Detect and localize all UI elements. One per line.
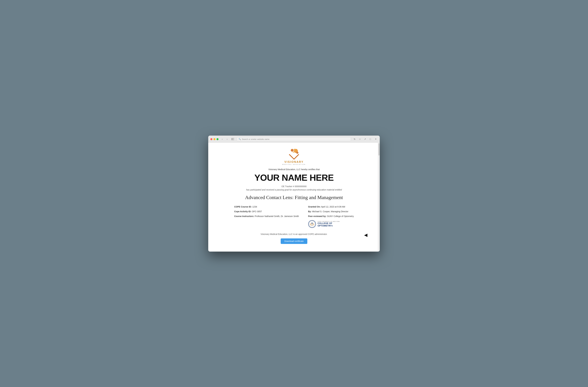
suny-optometry-text: OPTOMETRY® <box>317 224 340 227</box>
oe-tracker-label: OE Tracker # <box>281 185 294 188</box>
toolbar-icons: ↻ ☆ ↗ □ <box>353 137 372 141</box>
svg-line-9 <box>289 155 294 159</box>
suny-emblem-icon <box>308 220 316 228</box>
download-certificate-button[interactable]: Download certificate <box>281 238 307 244</box>
scrollbar-thumb[interactable] <box>378 143 379 156</box>
granted-on-value: April 12, 2023 at 9:39 AM <box>321 205 345 208</box>
suny-college-text: COLLEGE OF <box>317 222 340 224</box>
nav-buttons: ‹ › <box>220 137 229 141</box>
suny-registered-mark: ® <box>332 225 333 227</box>
back-button[interactable]: ‹ <box>220 137 224 141</box>
browser-chrome: ‹ › 🔍 Search or eneter website name ↻ ☆ … <box>208 136 380 143</box>
svg-point-6 <box>294 149 295 151</box>
visionary-logo-icon <box>288 149 300 160</box>
course-instructors-label: Course Instructors: <box>234 215 254 217</box>
maximize-button[interactable] <box>216 138 218 140</box>
participation-text: has participated and received a passing … <box>246 188 342 191</box>
course-instructors-row: Course Instructors: Professor Nathaniel … <box>234 215 299 218</box>
search-icon: 🔍 <box>239 138 241 140</box>
close-button[interactable] <box>210 138 212 140</box>
svg-rect-3 <box>232 140 234 140</box>
address-bar-text: Search or eneter website name <box>242 138 270 140</box>
peer-reviewed-row: Peer-reviewed by: SUNY College of Optome… <box>308 215 354 218</box>
details-grid: COPE Course ID: 1234 Cope Activity ID: O… <box>217 205 371 228</box>
svg-line-10 <box>294 155 299 159</box>
sidebar-button[interactable] <box>231 137 235 141</box>
recipient-name: YOUR NAME HERE <box>254 172 334 183</box>
oe-tracker: OE Tracker # 0000000000 <box>281 185 307 188</box>
granted-on-row: Granted On: April 12, 2023 at 9:39 AM <box>308 205 354 208</box>
traffic-lights <box>210 138 218 140</box>
svg-point-8 <box>293 151 294 153</box>
logo-brand-name: VISIONARY <box>284 160 303 163</box>
details-right: Granted On: April 12, 2023 at 9:39 AM By… <box>308 205 354 228</box>
peer-reviewed-value: SUNY College of Optometry <box>327 215 354 217</box>
cope-course-id-row: COPE Course ID: 1234 <box>234 205 299 208</box>
minimize-button[interactable] <box>213 138 215 140</box>
details-left: COPE Course ID: 1234 Cope Activity ID: O… <box>234 205 299 228</box>
new-tab-button[interactable]: + <box>374 137 378 141</box>
logo-area: VISIONARY MEDICAL EDUCATION <box>282 149 306 165</box>
share-button[interactable]: ↗ <box>363 137 367 141</box>
bookmark-button[interactable]: ☆ <box>358 137 362 141</box>
svg-point-5 <box>291 149 294 152</box>
suny-state-text: STATE UNIVERSITY OF NEW YORK <box>317 221 340 222</box>
course-instructors-value: Professor Nathaniel Smith, Dr. Jameson S… <box>255 215 299 217</box>
oe-tracker-number: 0000000000 <box>294 185 307 188</box>
svg-rect-17 <box>312 223 313 224</box>
cope-activity-id-label: Cope Activity ID: <box>234 210 251 213</box>
cursor-icon: ◀ <box>364 232 368 238</box>
cope-activity-id-row: Cope Activity ID: OFC-3057 <box>234 210 299 213</box>
course-title: Advanced Contact Lens: Fitting and Manag… <box>245 195 343 200</box>
browser-window: ‹ › 🔍 Search or eneter website name ↻ ☆ … <box>208 136 380 252</box>
approved-text: Visionary Medical Education, LLC is an a… <box>261 233 327 235</box>
page-wrapper: VISIONARY MEDICAL EDUCATION Visionary Me… <box>208 143 380 252</box>
cope-course-id-value: 1234 <box>252 205 257 208</box>
forward-button[interactable]: › <box>225 137 229 141</box>
granted-on-label: Granted On: <box>308 205 321 208</box>
logo-sub-text: MEDICAL EDUCATION <box>282 164 306 165</box>
svg-marker-16 <box>311 223 313 223</box>
page-content: VISIONARY MEDICAL EDUCATION Visionary Me… <box>208 143 380 252</box>
by-row: By: Michael S. Cooper, Managing Director <box>308 210 354 213</box>
cope-course-id-label: COPE Course ID: <box>234 205 252 208</box>
tab-overview-button[interactable]: □ <box>368 137 372 141</box>
suny-text-block: STATE UNIVERSITY OF NEW YORK COLLEGE OF … <box>317 221 340 227</box>
svg-point-7 <box>296 152 298 154</box>
svg-rect-1 <box>232 138 234 139</box>
address-bar[interactable]: 🔍 Search or eneter website name <box>237 137 351 141</box>
suny-logo-area: STATE UNIVERSITY OF NEW YORK COLLEGE OF … <box>308 220 354 228</box>
refresh-button[interactable]: ↻ <box>353 137 357 141</box>
peer-reviewed-label: Peer-reviewed by: <box>308 215 326 217</box>
svg-rect-0 <box>232 138 232 140</box>
cope-activity-id-value: OFC-3057 <box>252 210 262 213</box>
scrollbar[interactable] <box>378 143 380 252</box>
svg-rect-2 <box>232 139 234 139</box>
by-value: Michael S. Cooper, Managing Director <box>312 210 348 213</box>
by-label: By: <box>308 210 312 213</box>
certifies-text: Visionary Medical Education, LLC hereby … <box>268 168 320 171</box>
